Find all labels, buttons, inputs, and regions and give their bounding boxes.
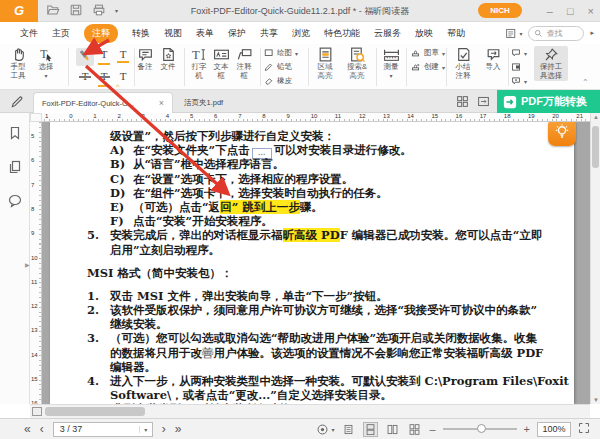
- vertical-scroll-thumb[interactable]: [592, 126, 599, 168]
- pages-panel-icon[interactable]: [7, 159, 23, 179]
- bookmarks-panel-icon[interactable]: [7, 125, 23, 145]
- comment-view-options-stack: ▾ ▾: [511, 46, 533, 88]
- doc-line: 继续安装。: [50, 317, 574, 331]
- menu-item-特色功能[interactable]: 特色功能: [324, 27, 360, 40]
- hand-tool-button[interactable]: 手型工具: [4, 46, 32, 80]
- open-folder-icon[interactable]: [46, 3, 60, 17]
- find-settings-icon[interactable]: ▾: [505, 27, 522, 40]
- doc-line: C)在“设置”选项卡下，选择相应的程序设置。: [50, 172, 574, 186]
- menu-item-保护[interactable]: 保护: [228, 27, 246, 40]
- pushpin-icon: [543, 47, 559, 63]
- menu-item-注释[interactable]: 注释: [84, 24, 118, 43]
- search-input[interactable]: 查找: [528, 26, 584, 41]
- draw-button[interactable]: 绘图▾: [264, 46, 298, 60]
- tab-active-document[interactable]: Foxit-PDF-Editor-Quick-G... ×: [33, 92, 173, 113]
- first-page-button[interactable]: «: [24, 422, 31, 436]
- split-view-icon[interactable]: [32, 407, 42, 416]
- maximize-button[interactable]: □: [567, 5, 574, 17]
- menu-item-放映[interactable]: 放映: [415, 27, 433, 40]
- vertical-scrollbar[interactable]: ▲ ▼: [590, 113, 600, 404]
- stamp-button[interactable]: 图章▾: [410, 46, 445, 60]
- search-highlight-button[interactable]: 搜索&高亮: [342, 46, 372, 80]
- select-tool-button[interactable]: T 选择 ▾: [33, 46, 59, 79]
- page-dropdown-icon[interactable]: ▾: [139, 426, 152, 433]
- zoom-out-button[interactable]: –: [429, 423, 435, 435]
- tab-close-icon[interactable]: ×: [159, 98, 164, 108]
- close-button[interactable]: ×: [588, 5, 594, 17]
- continuous-layout-button[interactable]: [363, 422, 378, 437]
- view-mode-button[interactable]: ▾: [316, 423, 334, 436]
- status-bar: « ‹ 3 / 37 ▾ › » ▾ – + 100%: [0, 418, 600, 439]
- assistant-bulb-button[interactable]: [548, 122, 576, 146]
- create-stamp-button[interactable]: 创建▾: [410, 60, 445, 74]
- collapse-ribbon-icon[interactable]: ⌃: [582, 78, 589, 87]
- fullscreen-button[interactable]: [578, 422, 590, 436]
- menu-item-文件[interactable]: 文件: [20, 27, 38, 40]
- strikethrough-tool-button[interactable]: T: [76, 70, 94, 88]
- doc-line: 2.该软件受版权保护，须同意用户许可协议方可继续，选择“我接受许可协议中的条款”: [50, 303, 574, 317]
- zoom-slider-thumb[interactable]: [477, 424, 486, 433]
- sidebar-expand-icon[interactable]: ▶: [25, 261, 30, 268]
- import-comments-button[interactable]: 导入: [480, 46, 506, 72]
- menu-item-主页[interactable]: 主页: [52, 27, 70, 40]
- customize-toolbar-dropdown-icon[interactable]: ▾: [115, 7, 118, 14]
- zoom-slider[interactable]: [443, 428, 517, 430]
- keep-tool-selected-button[interactable]: 保持工具选择: [534, 46, 568, 81]
- create-stamp-icon: [410, 62, 421, 73]
- pencil-button[interactable]: 铅笔: [264, 60, 292, 74]
- page-number-input[interactable]: 3 / 37 ▾: [53, 422, 153, 437]
- facing-continuous-layout-button[interactable]: [407, 422, 422, 437]
- horizontal-ruler: 10123456789101112131415161718192021: [30, 113, 590, 122]
- facing-layout-button[interactable]: [385, 422, 400, 437]
- menu-item-转换[interactable]: 转换: [132, 27, 150, 40]
- menu-item-浏览[interactable]: 浏览: [292, 27, 310, 40]
- summarize-comments-button[interactable]: 小结注释: [448, 46, 478, 80]
- insert-text-tool-button[interactable]: T^: [114, 70, 132, 88]
- previous-page-button[interactable]: ‹: [40, 422, 44, 436]
- menu-item-共享[interactable]: 共享: [260, 27, 278, 40]
- single-page-layout-button[interactable]: [341, 422, 356, 437]
- save-icon[interactable]: [69, 3, 83, 17]
- highlight-tool-button[interactable]: [76, 48, 94, 66]
- last-page-button[interactable]: »: [175, 422, 182, 436]
- minimize-button[interactable]: –: [547, 5, 553, 17]
- underline-tool-button[interactable]: T: [114, 48, 132, 66]
- hand-tool-label: 手型工具: [10, 63, 27, 80]
- file-attachment-button[interactable]: 文件: [154, 46, 182, 72]
- replace-text-tool-button[interactable]: T: [95, 70, 113, 88]
- horizontal-scroll-thumb[interactable]: [45, 407, 145, 416]
- callout-button[interactable]: 注释框: [231, 46, 257, 80]
- scroll-up-icon[interactable]: ▲: [591, 114, 600, 120]
- account-button[interactable]: NICH: [478, 3, 522, 18]
- area-highlight-button[interactable]: 区域高亮: [310, 46, 340, 80]
- menu-item-表单[interactable]: 表单: [196, 27, 214, 40]
- tab-grid-view-icon[interactable]: [456, 94, 469, 112]
- draw-shape-icon: [264, 48, 274, 58]
- print-icon[interactable]: [92, 3, 106, 17]
- tab-switch-icon[interactable]: [477, 94, 490, 112]
- eraser-button[interactable]: 橡皮: [264, 74, 292, 88]
- comment-popup-option-button[interactable]: ▾: [511, 46, 527, 60]
- doc-line: 5.安装完成后，弹出的对话框显示福昕高级 PDF 编辑器已成功安装。您可以点击“…: [50, 228, 574, 242]
- squiggly-underline-tool-button[interactable]: T: [95, 48, 113, 66]
- menu-item-帮助[interactable]: 帮助: [447, 27, 465, 40]
- menu-item-视图[interactable]: 视图: [164, 27, 182, 40]
- pdf-convert-button[interactable]: PDF万能转换: [497, 90, 600, 113]
- next-page-button[interactable]: ›: [162, 422, 166, 436]
- menu-item-云服务[interactable]: 云服务: [374, 27, 401, 40]
- measure-button[interactable]: 测量 ▾: [378, 46, 404, 79]
- zoom-level-value[interactable]: 100%: [537, 422, 571, 437]
- annotate-pen-icon[interactable]: [10, 94, 25, 113]
- document-canvas: 级设置”，然后按下列步骤进行自定义安装：A)在“安装文件夹”下点击...可以对安…: [42, 122, 590, 404]
- menu-overflow-icon[interactable]: ▸: [590, 29, 594, 37]
- zoom-in-button[interactable]: +: [524, 423, 530, 435]
- foxit-logo-icon[interactable]: G: [0, 0, 38, 22]
- scroll-down-icon[interactable]: ▼: [591, 397, 600, 403]
- tab-title: 活页夹1.pdf: [184, 98, 223, 108]
- tab-binder-document[interactable]: 活页夹1.pdf: [176, 92, 272, 113]
- comment-status-option-button[interactable]: ▾: [511, 74, 527, 88]
- horizontal-scrollbar[interactable]: [30, 404, 590, 418]
- comments-panel-icon[interactable]: [7, 193, 23, 213]
- comment-panel-option-button[interactable]: [511, 60, 521, 74]
- import-comments-icon: [485, 46, 502, 63]
